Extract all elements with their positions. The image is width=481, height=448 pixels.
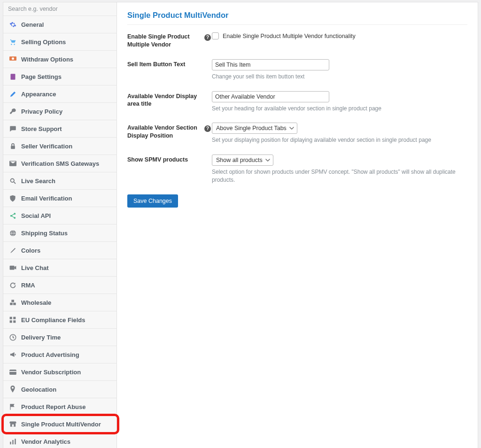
video-icon (9, 264, 16, 271)
page-title: Single Product MultiVendor (127, 11, 467, 25)
sidebar-item-verification-sms-gateways[interactable]: Verification SMS Gateways (3, 155, 116, 172)
sidebar-item-label: RMA (21, 282, 35, 289)
spmv-products-select[interactable]: Show all products (212, 154, 273, 166)
svg-rect-1 (10, 74, 15, 80)
available-vendor-title-input[interactable] (212, 91, 329, 102)
sidebar-item-label: Live Search (21, 178, 55, 185)
sidebar-item-vendor-analytics[interactable]: Vendor Analytics (3, 433, 116, 448)
sidebar-item-label: Delivery Time (21, 334, 61, 341)
lock-icon (9, 142, 16, 150)
sidebar-item-page-settings[interactable]: Page Settings (3, 68, 116, 85)
sidebar-item-label: Appearance (21, 91, 56, 98)
enable-spmv-checkbox-label: Enable Single Product Multiple Vendor fu… (223, 33, 356, 39)
svg-rect-20 (9, 371, 16, 372)
brush-icon (9, 90, 16, 98)
sidebar-item-selling-options[interactable]: Selling Options (3, 33, 116, 51)
sidebar-item-product-report-abuse[interactable]: Product Report Abuse (3, 398, 116, 416)
sidebar-item-wholesale[interactable]: Wholesale (3, 294, 116, 311)
sidebar-item-colors[interactable]: Colors (3, 242, 116, 259)
globe-icon (9, 229, 16, 237)
sidebar-item-label: Email Verification (21, 195, 72, 202)
sidebar-item-label: EU Compliance Fields (21, 317, 85, 324)
sidebar-item-label: Store Support (21, 125, 62, 132)
sidebar-item-eu-compliance-fields[interactable]: EU Compliance Fields (3, 311, 116, 329)
sidebar-item-withdraw-options[interactable]: Withdraw Options (3, 51, 116, 68)
svg-rect-16 (10, 320, 12, 323)
sidebar-item-store-support[interactable]: Store Support (3, 120, 116, 138)
sidebar-item-delivery-time[interactable]: Delivery Time (3, 329, 116, 346)
sidebar-item-label: Shipping Status (21, 230, 68, 237)
settings-panel: Single Product MultiVendor Enable Single… (117, 2, 478, 448)
sidebar-item-social-api[interactable]: Social API (3, 207, 116, 224)
paint-icon (9, 247, 16, 254)
withdraw-icon (9, 55, 16, 63)
svg-rect-17 (13, 320, 16, 323)
card-icon (9, 368, 16, 376)
settings-sidebar: Search e.g. vendor GeneralSelling Option… (3, 2, 117, 448)
sidebar-item-email-verification[interactable]: Email Verification (3, 190, 116, 207)
svg-rect-24 (10, 442, 11, 445)
sidebar-item-label: Vendor Subscription (21, 369, 81, 376)
display-position-select[interactable]: Above Single Product Tabs (212, 123, 297, 134)
chevron-down-icon (289, 126, 294, 131)
sell-item-button-text-input[interactable] (212, 59, 329, 70)
svg-rect-13 (11, 300, 14, 302)
sidebar-item-general[interactable]: General (3, 16, 116, 33)
sidebar-search-placeholder[interactable]: Search e.g. vendor (3, 2, 116, 16)
sidebar-item-label: Page Settings (21, 73, 62, 80)
sidebar-item-live-search[interactable]: Live Search (3, 172, 116, 190)
field-label-spmv: Show SPMV products (127, 154, 203, 164)
sidebar-item-label: Withdraw Options (21, 56, 73, 63)
sidebar-item-live-chat[interactable]: Live Chat (3, 259, 116, 277)
store-icon (9, 420, 16, 428)
sidebar-item-label: Wholesale (21, 299, 51, 306)
sidebar-item-single-product-multivendor[interactable]: Single Product MultiVendor (3, 416, 116, 433)
sidebar-item-label: Privacy Policy (21, 108, 62, 115)
field-label-sell-button: Sell Item Button Text (127, 59, 203, 69)
sidebar-item-label: Verification SMS Gateways (21, 160, 99, 167)
sidebar-item-shipping-status[interactable]: Shipping Status (3, 224, 116, 242)
flag-icon (9, 403, 16, 410)
sidebar-item-label: Single Product MultiVendor (21, 421, 101, 428)
hint-area-title: Set your heading for available vendor se… (212, 105, 467, 113)
pin-icon (9, 386, 16, 393)
clock-icon (9, 333, 16, 341)
sidebar-item-label: Vendor Analytics (21, 438, 70, 445)
sidebar-item-label: Social API (21, 212, 51, 219)
field-label-area-title: Available Vendor Display area title (127, 91, 203, 108)
gear-icon (9, 21, 16, 28)
grid-icon (9, 316, 16, 324)
display-position-value: Above Single Product Tabs (216, 125, 287, 131)
svg-point-4 (10, 178, 14, 182)
enable-spmv-checkbox[interactable] (212, 32, 219, 39)
save-changes-button[interactable]: Save Changes (127, 194, 178, 208)
field-label-enable: Enable Single Product Multiple Vendor (127, 31, 203, 49)
svg-rect-12 (13, 303, 16, 305)
mail-icon (9, 160, 16, 167)
boxes-icon (9, 299, 16, 306)
svg-rect-2 (11, 146, 15, 149)
sidebar-item-product-advertising[interactable]: Product Advertising (3, 346, 116, 363)
svg-rect-15 (13, 317, 16, 319)
sidebar-item-label: General (21, 21, 44, 28)
share-icon (9, 212, 16, 219)
sidebar-item-appearance[interactable]: Appearance (3, 85, 116, 103)
sidebar-item-label: Seller Verification (21, 143, 72, 150)
key-icon (9, 108, 16, 115)
svg-rect-11 (10, 303, 13, 305)
svg-rect-25 (12, 440, 14, 444)
svg-rect-21 (10, 404, 10, 410)
sidebar-item-privacy-policy[interactable]: Privacy Policy (3, 103, 116, 120)
help-icon[interactable]: ? (204, 125, 211, 132)
help-icon[interactable]: ? (204, 34, 211, 41)
sidebar-item-geolocation[interactable]: Geolocation (3, 381, 116, 398)
page-icon (9, 73, 16, 80)
sidebar-item-label: Selling Options (21, 39, 66, 46)
sidebar-item-vendor-subscription[interactable]: Vendor Subscription (3, 363, 116, 381)
refresh-icon (9, 281, 16, 289)
cart-icon (9, 38, 16, 46)
hint-sell-button: Change your sell this item button text (212, 73, 467, 81)
sidebar-item-seller-verification[interactable]: Seller Verification (3, 138, 116, 155)
chevron-down-icon (265, 158, 270, 162)
sidebar-item-rma[interactable]: RMA (3, 277, 116, 294)
